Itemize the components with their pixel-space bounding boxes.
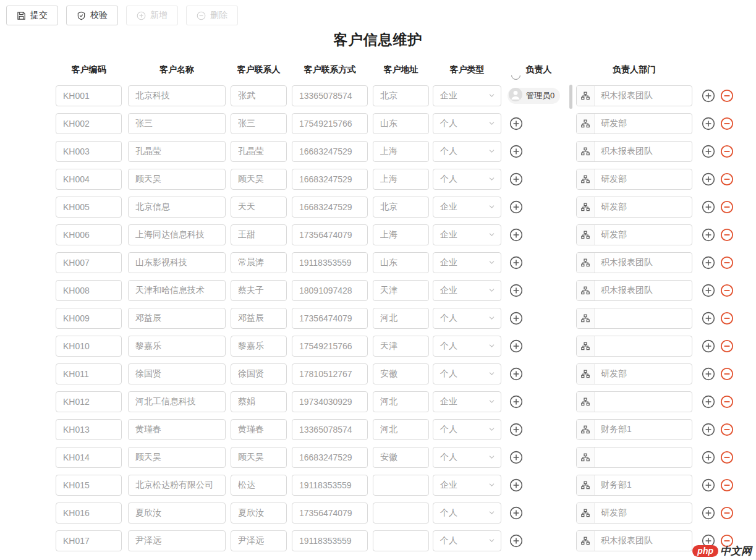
customer-contact-input[interactable] — [231, 197, 287, 218]
add-row-icon[interactable] — [702, 117, 715, 130]
customer-contact-input[interactable] — [231, 308, 287, 329]
customer-phone-input[interactable] — [292, 363, 368, 384]
add-owner-icon[interactable] — [509, 478, 523, 492]
customer-address-input[interactable] — [373, 447, 429, 468]
customer-contact-input[interactable] — [231, 280, 287, 301]
customer-code-input[interactable] — [56, 503, 122, 524]
customer-address-input[interactable] — [373, 308, 429, 329]
add-owner-icon[interactable] — [509, 534, 523, 548]
customer-phone-input[interactable] — [292, 113, 368, 134]
customer-contact-input[interactable] — [231, 419, 287, 440]
customer-type-select[interactable]: 个人 — [433, 336, 501, 357]
customer-phone-input[interactable] — [292, 252, 368, 273]
customer-code-input[interactable] — [56, 113, 122, 134]
customer-name-input[interactable] — [128, 113, 226, 134]
customer-code-input[interactable] — [56, 224, 122, 245]
customer-contact-input[interactable] — [231, 475, 287, 496]
customer-phone-input[interactable] — [292, 224, 368, 245]
add-owner-icon[interactable] — [509, 367, 523, 381]
customer-type-select[interactable]: 个人 — [433, 419, 501, 440]
customer-code-input[interactable] — [56, 391, 122, 412]
customer-type-select[interactable]: 个人 — [433, 308, 501, 329]
customer-contact-input[interactable] — [231, 85, 287, 106]
customer-code-input[interactable] — [56, 280, 122, 301]
add-row-icon[interactable] — [702, 200, 715, 214]
customer-address-input[interactable] — [373, 113, 429, 134]
customer-code-input[interactable] — [56, 169, 122, 190]
customer-name-input[interactable] — [128, 530, 226, 551]
customer-phone-input[interactable] — [292, 85, 368, 106]
customer-code-input[interactable] — [56, 85, 122, 106]
customer-phone-input[interactable] — [292, 447, 368, 468]
add-owner-icon[interactable] — [509, 284, 523, 297]
customer-code-input[interactable] — [56, 419, 122, 440]
remove-row-icon[interactable] — [720, 395, 734, 409]
customer-name-input[interactable] — [128, 447, 226, 468]
remove-row-icon[interactable] — [720, 284, 734, 297]
remove-row-icon[interactable] — [720, 423, 734, 436]
customer-address-input[interactable] — [373, 252, 429, 273]
remove-row-icon[interactable] — [720, 228, 734, 242]
department-field[interactable]: 研发部 — [576, 503, 692, 524]
customer-name-input[interactable] — [128, 419, 226, 440]
add-row-icon[interactable] — [702, 395, 715, 409]
customer-code-input[interactable] — [56, 530, 122, 551]
customer-address-input[interactable] — [373, 169, 429, 190]
add-row-icon[interactable] — [702, 339, 715, 353]
department-field[interactable]: 研发部 — [576, 197, 692, 218]
add-row-icon[interactable] — [702, 89, 715, 103]
customer-phone-input[interactable] — [292, 503, 368, 524]
department-field[interactable] — [576, 336, 692, 357]
customer-address-input[interactable] — [373, 141, 429, 162]
department-field[interactable]: 积木报表团队 — [576, 85, 692, 106]
add-owner-icon[interactable] — [509, 172, 523, 186]
add-owner-icon[interactable] — [509, 339, 523, 353]
add-row-icon[interactable] — [702, 367, 715, 381]
customer-contact-input[interactable] — [231, 503, 287, 524]
remove-row-icon[interactable] — [720, 172, 734, 186]
remove-row-icon[interactable] — [720, 506, 734, 520]
customer-type-select[interactable]: 个人 — [433, 113, 501, 134]
add-owner-icon[interactable] — [509, 117, 523, 130]
customer-code-input[interactable] — [56, 308, 122, 329]
customer-type-select[interactable]: 个人 — [433, 169, 501, 190]
remove-row-icon[interactable] — [720, 89, 734, 103]
customer-name-input[interactable] — [128, 85, 226, 106]
add-row-icon[interactable] — [702, 172, 715, 186]
remove-row-icon[interactable] — [720, 145, 734, 158]
customer-type-select[interactable]: 企业 — [433, 197, 501, 218]
customer-phone-input[interactable] — [292, 419, 368, 440]
customer-code-input[interactable] — [56, 141, 122, 162]
add-owner-icon[interactable] — [509, 312, 523, 325]
department-field[interactable]: 研发部 — [576, 169, 692, 190]
customer-name-input[interactable] — [128, 391, 226, 412]
customer-phone-input[interactable] — [292, 169, 368, 190]
customer-type-select[interactable]: 企业 — [433, 475, 501, 496]
customer-address-input[interactable] — [373, 336, 429, 357]
add-owner-icon[interactable] — [509, 395, 523, 409]
remove-row-icon[interactable] — [720, 478, 734, 492]
department-field[interactable]: 积木报表团队 — [576, 530, 692, 551]
customer-code-input[interactable] — [56, 447, 122, 468]
customer-type-select[interactable]: 企业 — [433, 85, 501, 106]
customer-name-input[interactable] — [128, 503, 226, 524]
department-field[interactable] — [576, 447, 692, 468]
remove-row-icon[interactable] — [720, 312, 734, 325]
add-row-icon[interactable] — [702, 451, 715, 464]
customer-contact-input[interactable] — [231, 113, 287, 134]
customer-address-input[interactable] — [373, 280, 429, 301]
customer-address-input[interactable] — [373, 530, 429, 551]
customer-name-input[interactable] — [128, 363, 226, 384]
remove-row-icon[interactable] — [720, 117, 734, 130]
customer-address-input[interactable] — [373, 419, 429, 440]
add-row-icon[interactable] — [702, 312, 715, 325]
add-owner-icon[interactable] — [509, 145, 523, 158]
customer-phone-input[interactable] — [292, 280, 368, 301]
customer-name-input[interactable] — [128, 252, 226, 273]
customer-address-input[interactable] — [373, 475, 429, 496]
remove-row-icon[interactable] — [720, 367, 734, 381]
department-field[interactable]: 财务部1 — [576, 419, 692, 440]
validate-button[interactable]: 校验 — [66, 6, 118, 25]
customer-contact-input[interactable] — [231, 169, 287, 190]
customer-name-input[interactable] — [128, 308, 226, 329]
